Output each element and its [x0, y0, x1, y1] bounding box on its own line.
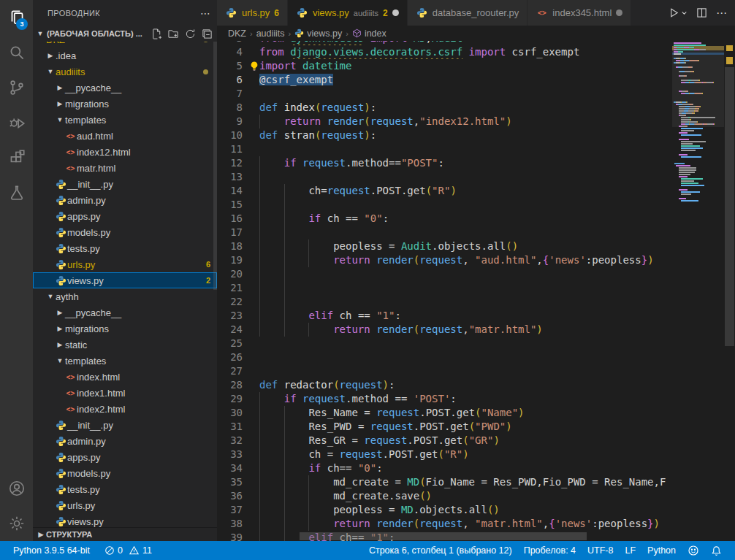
code-line-28[interactable]: def redactor(request):: [259, 378, 672, 392]
code-line-33[interactable]: ch = request.POST.get("R"): [259, 448, 672, 461]
more-actions-icon[interactable]: ⋯: [716, 7, 728, 20]
tree-item-apps.py[interactable]: apps.py: [33, 449, 217, 465]
code-line-32[interactable]: Res_GR = request.POST.get("GR"): [259, 434, 672, 448]
lightbulb-icon[interactable]: [249, 61, 259, 72]
collapse-all-icon[interactable]: [202, 28, 213, 39]
tree-item-templates[interactable]: ▼templates: [33, 112, 217, 128]
code-line-14[interactable]: ch=request.POST.get("R"): [259, 184, 672, 198]
code-line-21[interactable]: [259, 281, 672, 295]
eol-status[interactable]: LF: [619, 541, 641, 560]
tab-urls.py[interactable]: urls.py6: [217, 0, 288, 26]
vertical-scrollbar-slider[interactable]: [725, 67, 734, 346]
code-line-11[interactable]: [259, 142, 672, 156]
code-line-12[interactable]: if request.method=="POST":: [259, 156, 672, 170]
breadcrumb-item-views.py[interactable]: views.py: [294, 28, 342, 39]
new-file-icon[interactable]: [151, 28, 162, 39]
code-line-4[interactable]: from django.views.decorators.csrf import…: [259, 45, 672, 59]
tree-item-DKZ[interactable]: ▼DKZ: [33, 42, 217, 47]
tree-item-index2.html[interactable]: <>index2.html: [33, 401, 217, 417]
explorer-icon[interactable]: 3: [0, 0, 33, 35]
code-line-31[interactable]: Res_PWD = request.POST.get("PWD"): [259, 420, 672, 434]
tree-item-admin.py[interactable]: admin.py: [33, 433, 217, 449]
sidebar-more-actions[interactable]: ⋯: [200, 7, 211, 19]
code-line-24[interactable]: return render(request,"matr.html"): [259, 323, 672, 337]
code-line-13[interactable]: [259, 170, 672, 184]
code-line-20[interactable]: [259, 267, 672, 281]
minimap[interactable]: [672, 41, 724, 541]
tree-item-templates[interactable]: ▼templates: [33, 353, 217, 369]
workspace-section-header[interactable]: ▼ (РАБОЧАЯ ОБЛАСТЬ) ...: [33, 26, 217, 42]
code-line-16[interactable]: if ch == "0":: [259, 212, 672, 226]
code-line-19[interactable]: return render(request, "aud.html",{'news…: [259, 253, 672, 267]
code-line-36[interactable]: md_create.save(): [259, 489, 672, 503]
code-line-23[interactable]: elif ch == "1":: [259, 309, 672, 323]
code-line-37[interactable]: peopless = MD.objects.all(): [259, 503, 672, 517]
code-line-25[interactable]: [259, 337, 672, 350]
tab-index345.html[interactable]: <>index345.html: [528, 0, 631, 26]
breadcrumb-item-DKZ[interactable]: DKZ: [228, 28, 246, 39]
tree-item-tests.py[interactable]: tests.py: [33, 481, 217, 497]
tree-item-views.py[interactable]: views.py2: [33, 272, 217, 288]
code-line-15[interactable]: [259, 198, 672, 212]
code-line-7[interactable]: [259, 87, 672, 101]
search-icon[interactable]: [0, 35, 33, 70]
code-line-17[interactable]: [259, 226, 672, 239]
dirty-dot-icon[interactable]: [392, 9, 399, 16]
tree-item-index1.html[interactable]: <>index1.html: [33, 385, 217, 401]
horizontal-scrollbar[interactable]: [300, 532, 587, 540]
tree-item-__init__.py[interactable]: __init__.py: [33, 417, 217, 433]
code-line-30[interactable]: Res_Name = request.POST.get("Name"): [259, 406, 672, 420]
tree-item-matr.html[interactable]: <>matr.html: [33, 160, 217, 176]
tree-item-admin.py[interactable]: admin.py: [33, 192, 217, 208]
code-line-27[interactable]: [259, 364, 672, 378]
run-debug-icon[interactable]: [0, 105, 33, 140]
code-line-34[interactable]: if ch== "0":: [259, 461, 672, 475]
feedback-icon[interactable]: [682, 541, 705, 560]
tree-item-aythh[interactable]: ▼aythh: [33, 288, 217, 304]
tab-database_roouter.py[interactable]: database_roouter.py: [408, 0, 528, 26]
extensions-icon[interactable]: [0, 140, 33, 175]
tree-item-index12.html[interactable]: <>index12.html: [33, 144, 217, 160]
language-mode-status[interactable]: Python: [641, 541, 682, 560]
encoding-status[interactable]: UTF-8: [582, 541, 619, 560]
sidebar-scrollbar[interactable]: [213, 42, 217, 290]
tree-item-apps.py[interactable]: apps.py: [33, 208, 217, 224]
python-interpreter-status[interactable]: Python 3.9.5 64-bit: [7, 541, 96, 560]
code-line-22[interactable]: [259, 295, 672, 309]
tree-item-__pycache__[interactable]: ▶__pycache__: [33, 80, 217, 96]
problems-status[interactable]: 0 11: [99, 541, 158, 560]
breadcrumb-item-audiiits[interactable]: audiiits: [256, 28, 285, 39]
code-line-35[interactable]: md_create = MD(Fio_Name = Res_PWD,Fio_PW…: [259, 475, 672, 489]
code-line-6[interactable]: @csrf_exempt: [259, 73, 672, 87]
outline-section-header[interactable]: ▶ СТРУКТУРА: [33, 527, 217, 541]
code-line-10[interactable]: def stran(request):: [259, 129, 672, 142]
editor-code-area[interactable]: 3456789101112131415161718192021222324252…: [217, 41, 735, 541]
tree-item-urls.py[interactable]: urls.py: [33, 497, 217, 513]
code-line-38[interactable]: return render(request, "matr.html",{'new…: [259, 517, 672, 531]
tree-item-models.py[interactable]: models.py: [33, 465, 217, 481]
testing-icon[interactable]: [0, 175, 33, 210]
tree-item-views.py[interactable]: views.py: [33, 513, 217, 528]
settings-gear-icon[interactable]: [0, 506, 33, 541]
breadcrumb-item-index[interactable]: index: [352, 28, 386, 39]
refresh-icon[interactable]: [185, 28, 196, 39]
tree-item-__init__.py[interactable]: __init__.py: [33, 176, 217, 192]
minimap-viewport[interactable]: [672, 46, 724, 127]
code-line-18[interactable]: peopless = Audit.objects.all(): [259, 239, 672, 253]
tree-item-index.html[interactable]: <>index.html: [33, 369, 217, 385]
notifications-bell-icon[interactable]: [705, 541, 728, 560]
tree-item-static[interactable]: ▶static: [33, 337, 217, 353]
tree-item-aud.html[interactable]: <>aud.html: [33, 128, 217, 144]
cursor-position-status[interactable]: Строка 6, столбец 1 (выбрано 12): [363, 541, 518, 560]
tree-item-.idea[interactable]: ▶.idea: [33, 47, 217, 64]
new-folder-icon[interactable]: [168, 28, 179, 39]
source-control-icon[interactable]: [0, 70, 33, 105]
code-line-29[interactable]: if request.method == 'POST':: [259, 392, 672, 406]
code-line-8[interactable]: def index(request):: [259, 101, 672, 115]
split-editor-icon[interactable]: [696, 7, 707, 18]
code-line-5[interactable]: import datetime: [259, 59, 672, 73]
tab-views.py[interactable]: views.pyaudiiits2: [288, 0, 408, 26]
tree-item-tests.py[interactable]: tests.py: [33, 240, 217, 256]
tree-item-migrations[interactable]: ▶migrations: [33, 321, 217, 337]
tree-item-__pycache__[interactable]: ▶__pycache__: [33, 304, 217, 321]
